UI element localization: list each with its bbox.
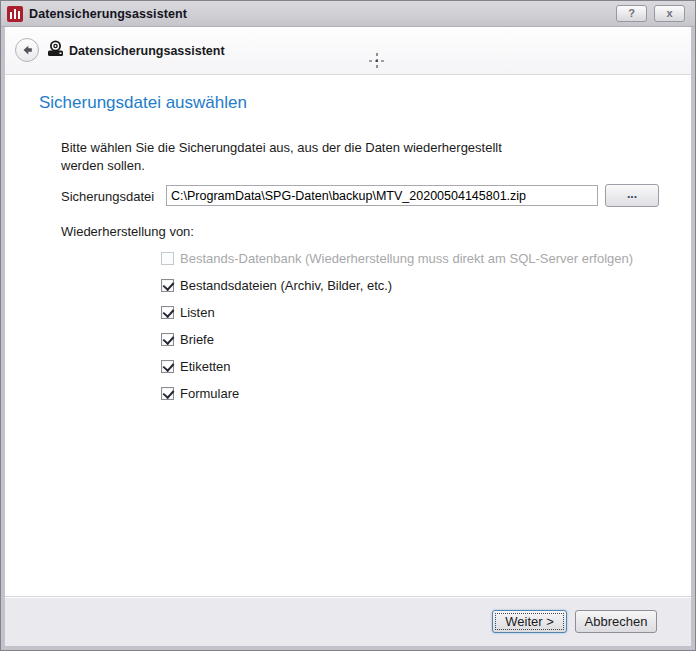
window-title: Datensicherungsassistent [29,7,187,21]
intro-line-1: Bitte wählen Sie die Sicherungdatei aus,… [61,139,502,157]
checkbox-row-bestandsdateien: Bestandsdateien (Archiv, Bilder, etc.) [161,278,633,292]
backup-file-label: Sicherungsdatei [61,189,154,204]
browse-button[interactable]: ... [605,184,659,207]
restore-options-list: Bestands-Datenbank (Wiederherstellung mu… [161,251,633,413]
dialog-window: Datensicherungsassistent ? x Datensicher… [0,0,696,651]
backup-file-input[interactable] [166,185,598,206]
checkbox-label: Etiketten [180,359,231,374]
checkbox-label: Bestands-Datenbank (Wiederherstellung mu… [180,251,633,266]
checkbox-label: Bestandsdateien (Archiv, Bilder, etc.) [180,278,392,293]
wizard-breadcrumb-title: Datensicherungsassistent [69,44,225,58]
checkbox-listen[interactable] [161,306,174,319]
cancel-button[interactable]: Abbrechen [575,610,657,633]
title-bar[interactable]: Datensicherungsassistent ? x [1,1,695,27]
page-title: Sicherungsdatei auswählen [39,93,247,113]
checkbox-bestands-datenbank[interactable] [161,252,174,265]
app-logo-icon [7,6,23,22]
back-button[interactable] [15,38,39,62]
checkbox-row-briefe: Briefe [161,332,633,346]
intro-text: Bitte wählen Sie die Sicherungdatei aus,… [61,139,502,175]
checkbox-etiketten[interactable] [161,360,174,373]
wizard-header: Datensicherungsassistent [5,28,691,75]
backup-drive-icon [47,40,65,57]
checkbox-label: Briefe [180,332,214,347]
help-button[interactable]: ? [616,5,647,22]
checkbox-row-formulare: Formulare [161,386,633,400]
checkbox-bestandsdateien[interactable] [161,279,174,292]
wizard-footer: Weiter > Abbrechen [5,597,691,646]
intro-line-2: werden sollen. [61,157,502,175]
next-button[interactable]: Weiter > [492,610,567,633]
close-button[interactable]: x [654,5,685,22]
wizard-content: Sicherungsdatei auswählen Bitte wählen S… [5,76,691,597]
restore-from-label: Wiederherstellung von: [61,224,194,239]
back-arrow-icon [20,43,34,57]
checkbox-label: Listen [180,305,215,320]
checkbox-row-etiketten: Etiketten [161,359,633,373]
crosshair-cursor [369,53,385,69]
checkbox-row-listen: Listen [161,305,633,319]
checkbox-briefe[interactable] [161,333,174,346]
checkbox-row-bestands-datenbank: Bestands-Datenbank (Wiederherstellung mu… [161,251,633,265]
checkbox-label: Formulare [180,386,239,401]
checkbox-formulare[interactable] [161,387,174,400]
